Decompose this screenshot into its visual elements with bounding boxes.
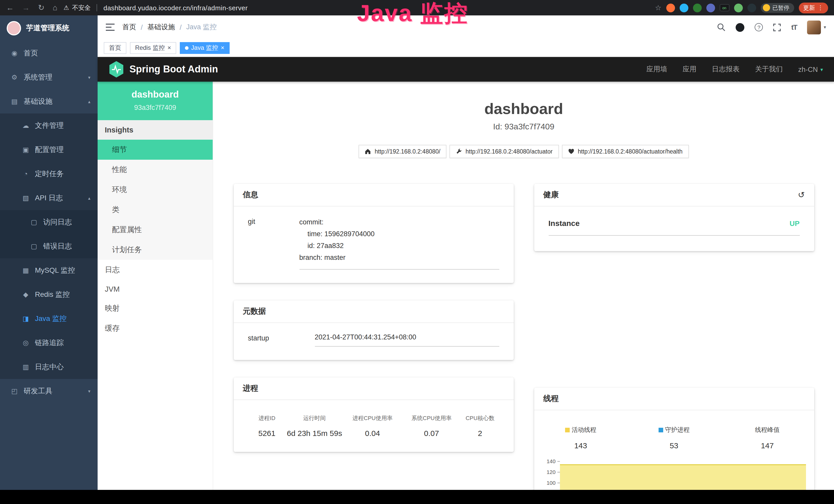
emoji-face-icon — [763, 4, 770, 11]
service-url: http://192.168.0.2:48080/ — [375, 148, 440, 155]
sidebar-item-redis-monitor[interactable]: ◆ Redis 监控 — [0, 282, 97, 306]
extension-drop-icon[interactable] — [679, 3, 688, 12]
sidebar-item-system[interactable]: ⚙ 系统管理 ▾ — [0, 65, 97, 89]
browser-update-button[interactable]: 更新 ⋮ — [798, 2, 828, 13]
locale-label: zh-CN — [798, 66, 818, 73]
sba-nav-journal[interactable]: 日志报表 — [712, 65, 740, 74]
sba-locale-select[interactable]: zh-CN ▾ — [798, 66, 823, 73]
cloud-icon: ☁ — [22, 122, 30, 130]
git-commit-id: id: 27aa832 — [299, 240, 499, 252]
sba-brand[interactable]: Spring Boot Admin — [109, 61, 218, 77]
extension-puzzle-icon[interactable] — [747, 3, 756, 12]
sidebar-item-mysql-monitor[interactable]: ▦ MySQL 监控 — [0, 258, 97, 282]
security-label: 不安全 — [72, 3, 91, 12]
cpu-cores-label: CPU核心数 — [461, 414, 499, 422]
sba-nav-applications[interactable]: 应用 — [682, 65, 696, 74]
close-icon[interactable]: × — [168, 44, 171, 51]
extension-grid-icon[interactable] — [706, 3, 715, 12]
tab-redis-monitor[interactable]: Redis 监控 × — [130, 42, 176, 54]
health-url-button[interactable]: http://192.168.0.2:48080/actuator/health — [562, 145, 688, 158]
sidebar-item-label: Redis 监控 — [35, 290, 70, 299]
hamburger-icon[interactable] — [106, 24, 114, 31]
sidebar-item-log-center[interactable]: ▥ 日志中心 — [0, 355, 97, 379]
browser-home-icon[interactable]: ⌂ — [53, 3, 57, 12]
process-cpu-value: 0.04 — [343, 429, 402, 437]
sidebar-item-label: Java 监控 — [35, 314, 67, 323]
java-monitor-icon: ◨ — [22, 315, 30, 322]
menu-item-logfile[interactable]: 日志 — [97, 260, 213, 280]
actuator-url-button[interactable]: http://192.168.0.2:48080/actuator — [449, 145, 559, 158]
menu-item-metrics[interactable]: 性能 — [97, 160, 213, 180]
browser-reload-icon[interactable]: ↻ — [38, 3, 44, 12]
threads-chart-plot — [560, 458, 806, 490]
close-icon[interactable]: × — [221, 44, 224, 51]
log-center-icon: ▥ — [22, 363, 30, 371]
extension-leaf-icon[interactable] — [734, 3, 743, 12]
sba-brand-label: Spring Boot Admin — [129, 64, 218, 75]
search-icon[interactable] — [717, 23, 726, 31]
sidebar-item-java-monitor[interactable]: ◨ Java 监控 — [0, 306, 97, 331]
menu-item-details[interactable]: 细节 — [97, 140, 213, 160]
kebab-menu-icon[interactable]: ⋮ — [817, 4, 824, 11]
sidebar-item-home[interactable]: ◉ 首页 — [0, 41, 97, 65]
system-cpu-label: 系统CPU使用率 — [402, 414, 461, 422]
sidebar-item-error-log[interactable]: ▢ 错误日志 — [0, 234, 97, 258]
paused-badge[interactable]: 已暂停 — [761, 3, 794, 13]
page-title: dashboard — [234, 100, 814, 118]
sidebar-item-infrastructure[interactable]: ▤ 基础设施 ▴ — [0, 89, 97, 113]
devtools-icon: ◰ — [10, 387, 19, 395]
sidebar-item-api-log[interactable]: ▧ API 日志 ▴ — [0, 186, 97, 210]
breadcrumb-separator: / — [141, 23, 143, 31]
tab-java-monitor[interactable]: Java 监控 × — [180, 42, 229, 54]
help-icon[interactable]: ? — [755, 23, 763, 31]
y-tick: 140 — [547, 458, 555, 464]
sidebar-item-label: 基础设施 — [24, 97, 52, 106]
menu-item-classes[interactable]: 类 — [97, 200, 213, 220]
extension-switch-icon[interactable]: on — [720, 4, 729, 11]
user-avatar — [807, 20, 821, 34]
peak-threads-label: 线程峰值 — [755, 426, 780, 433]
y-tick: 100 — [547, 480, 555, 486]
tab-label: Java 监控 — [191, 43, 218, 52]
cpu-cores-value: 2 — [461, 429, 499, 437]
instance-id: 93a3fc7f7409 — [102, 104, 208, 111]
menu-item-jvm[interactable]: JVM — [97, 280, 213, 298]
chevron-down-icon: ▾ — [88, 75, 90, 80]
breadcrumb-current: Java 监控 — [186, 23, 217, 32]
browser-back-icon[interactable]: ← — [6, 3, 14, 12]
timer-icon: ◔ — [22, 170, 30, 178]
menu-item-mappings[interactable]: 映射 — [97, 298, 213, 318]
menu-item-scheduled-tasks[interactable]: 计划任务 — [97, 240, 213, 260]
sba-nav-about[interactable]: 关于我们 — [755, 65, 783, 74]
menu-item-caches[interactable]: 缓存 — [97, 318, 213, 338]
bookmark-star-icon[interactable]: ☆ — [655, 4, 661, 12]
divider — [97, 4, 97, 11]
process-card-title: 进程 — [243, 384, 258, 393]
sba-nav-wallboard[interactable]: 应用墙 — [646, 65, 667, 74]
wrench-icon — [456, 148, 462, 155]
sidebar-item-access-log[interactable]: ▢ 访问日志 — [0, 210, 97, 234]
sidebar-item-config-manage[interactable]: ▣ 配置管理 — [0, 138, 97, 162]
service-url-button[interactable]: http://192.168.0.2:48080/ — [359, 145, 447, 158]
menu-item-environment[interactable]: 环境 — [97, 180, 213, 200]
history-icon[interactable]: ↺ — [798, 190, 805, 200]
sidebar-item-tracing[interactable]: ◎ 链路追踪 — [0, 331, 97, 355]
text-size-icon[interactable]: tT — [791, 23, 797, 31]
fullscreen-icon[interactable] — [773, 23, 781, 31]
address-bar[interactable]: dashboard.yudao.iocoder.cn/infra/admin-s… — [104, 4, 248, 12]
sidebar-item-scheduled-jobs[interactable]: ◔ 定时任务 — [0, 162, 97, 186]
menu-item-configprops[interactable]: 配置属性 — [97, 220, 213, 240]
process-cpu-label: 进程CPU使用率 — [343, 414, 402, 422]
breadcrumb-infrastructure[interactable]: 基础设施 — [148, 23, 175, 32]
tab-home[interactable]: 首页 — [104, 42, 126, 54]
browser-forward-icon[interactable]: → — [22, 3, 30, 12]
github-icon[interactable] — [736, 23, 745, 31]
extension-vue-icon[interactable] — [693, 3, 701, 12]
sidebar-item-file-manage[interactable]: ☁ 文件管理 — [0, 113, 97, 138]
sidebar-item-devtools[interactable]: ◰ 研发工具 ▾ — [0, 379, 97, 403]
security-chip[interactable]: ⚠ 不安全 — [63, 3, 91, 12]
instance-header[interactable]: dashboard 93a3fc7f7409 — [97, 82, 213, 120]
extension-fox-icon[interactable] — [666, 3, 675, 12]
user-menu[interactable]: ▾ — [807, 20, 826, 34]
breadcrumb-home[interactable]: 首页 — [122, 23, 136, 32]
